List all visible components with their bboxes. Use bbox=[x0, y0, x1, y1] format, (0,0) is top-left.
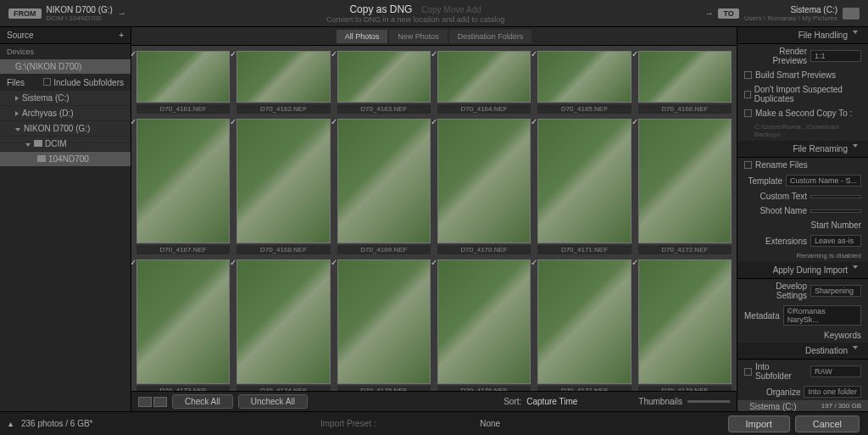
into-subfolder-checkbox[interactable] bbox=[744, 368, 752, 376]
drive-item[interactable]: Archyvas (D:) bbox=[0, 106, 131, 120]
check-icon[interactable]: ✓ bbox=[230, 49, 236, 59]
thumbnail-filename: D70_4177.NEF bbox=[537, 386, 631, 391]
dest-drive[interactable]: Sistema (C:)197 / 300 GB bbox=[737, 400, 868, 411]
metadata-select[interactable]: ©Romanas NarySk... bbox=[783, 305, 861, 326]
thumbnails-label: Thumbnails bbox=[638, 397, 682, 406]
sort-value[interactable]: Capture Time bbox=[526, 397, 577, 406]
check-icon[interactable]: ✓ bbox=[230, 117, 236, 126]
thumbnail-filename: D70_4168.NEF bbox=[236, 245, 330, 254]
thumbnail-cell[interactable]: ✓D70_4175.NEF bbox=[337, 259, 431, 391]
folder-item-selected[interactable]: 104ND700 bbox=[0, 152, 131, 166]
drive-item[interactable]: Sistema (C:) bbox=[0, 91, 131, 105]
check-all-button[interactable]: Check All bbox=[172, 394, 233, 409]
thumbnail-image[interactable] bbox=[337, 119, 431, 243]
thumbnail-cell[interactable]: ✓D70_4174.NEF bbox=[236, 259, 330, 391]
extensions-select[interactable]: Leave as-is bbox=[810, 235, 861, 247]
thumbnail-image[interactable] bbox=[136, 51, 230, 103]
template-select[interactable]: Custom Name - S... bbox=[786, 175, 861, 187]
thumbnail-image[interactable] bbox=[136, 119, 230, 243]
device-item[interactable]: G:\(NIKON D700) bbox=[0, 59, 131, 74]
folder-item[interactable]: DCIM bbox=[0, 137, 131, 151]
check-icon[interactable]: ✓ bbox=[632, 49, 638, 59]
check-icon[interactable]: ✓ bbox=[531, 117, 537, 126]
check-icon[interactable]: ✓ bbox=[331, 117, 337, 126]
expand-icon[interactable]: ▴ bbox=[8, 419, 13, 428]
thumbnail-image[interactable] bbox=[236, 119, 330, 243]
subfolder-input[interactable]: RAW bbox=[810, 365, 861, 377]
file-handling-title[interactable]: File Handling bbox=[798, 31, 848, 40]
cancel-button[interactable]: Cancel bbox=[795, 415, 860, 432]
thumbnail-image[interactable] bbox=[638, 119, 732, 243]
check-icon[interactable]: ✓ bbox=[230, 258, 236, 267]
thumbnail-filename: D70_4175.NEF bbox=[337, 386, 431, 391]
thumbnail-cell[interactable]: ✓D70_4165.NEF bbox=[537, 51, 631, 114]
thumbnail-cell[interactable]: ✓D70_4169.NEF bbox=[337, 119, 431, 254]
thumbnail-image[interactable] bbox=[437, 119, 531, 243]
file-renaming-title[interactable]: File Renaming bbox=[793, 144, 848, 153]
check-icon[interactable]: ✓ bbox=[331, 49, 337, 59]
destination-title[interactable]: Destination bbox=[805, 346, 848, 355]
thumbnail-image[interactable] bbox=[437, 259, 531, 384]
check-icon[interactable]: ✓ bbox=[632, 117, 638, 126]
grid-view-icon[interactable] bbox=[138, 397, 152, 407]
thumbnail-cell[interactable]: ✓D70_4178.NEF bbox=[638, 259, 732, 391]
check-icon[interactable]: ✓ bbox=[331, 258, 337, 267]
thumbnail-filename: D70_4164.NEF bbox=[437, 104, 531, 114]
custom-text-input[interactable] bbox=[810, 195, 861, 198]
thumbnail-cell[interactable]: ✓D70_4177.NEF bbox=[537, 259, 631, 391]
thumbnail-image[interactable] bbox=[337, 51, 431, 103]
thumbnail-image[interactable] bbox=[537, 51, 631, 103]
uncheck-all-button[interactable]: Uncheck All bbox=[238, 394, 308, 409]
build-smart-checkbox[interactable] bbox=[744, 71, 752, 79]
shoot-name-input[interactable] bbox=[810, 209, 861, 213]
thumbnail-image[interactable] bbox=[236, 259, 330, 384]
check-icon[interactable]: ✓ bbox=[431, 258, 437, 267]
preset-value[interactable]: None bbox=[480, 419, 500, 428]
import-actions[interactable]: Copy Move Add bbox=[421, 5, 481, 14]
develop-settings-select[interactable]: Sharpening bbox=[810, 285, 861, 297]
check-icon[interactable]: ✓ bbox=[431, 117, 437, 126]
check-icon[interactable]: ✓ bbox=[431, 49, 437, 59]
import-mode-title[interactable]: Copy as DNG bbox=[349, 3, 412, 15]
plus-icon[interactable]: + bbox=[119, 31, 124, 40]
render-previews-select[interactable]: 1:1 bbox=[810, 50, 861, 62]
apply-during-import-title[interactable]: Apply During Import bbox=[773, 265, 848, 275]
thumbnail-image[interactable] bbox=[638, 259, 732, 384]
thumbnail-image[interactable] bbox=[537, 119, 631, 243]
thumbnail-cell[interactable]: ✓D70_4170.NEF bbox=[437, 119, 531, 254]
thumbnail-image[interactable] bbox=[437, 51, 531, 103]
check-icon[interactable]: ✓ bbox=[632, 258, 638, 267]
check-icon[interactable]: ✓ bbox=[531, 49, 537, 59]
thumbnail-image[interactable] bbox=[337, 259, 431, 384]
tab-destination[interactable]: Destination Folders bbox=[449, 30, 532, 43]
thumbnail-image[interactable] bbox=[136, 259, 230, 384]
thumbnail-cell[interactable]: ✓D70_4161.NEF bbox=[136, 51, 230, 114]
thumbnail-filename: D70_4173.NEF bbox=[136, 386, 230, 391]
thumbnail-cell[interactable]: ✓D70_4167.NEF bbox=[136, 119, 230, 254]
import-button[interactable]: Import bbox=[728, 415, 790, 432]
thumbnail-cell[interactable]: ✓D70_4163.NEF bbox=[337, 51, 431, 114]
drive-item[interactable]: NIKON D700 (G:) bbox=[0, 121, 131, 136]
thumbnail-size-slider[interactable] bbox=[687, 400, 730, 403]
thumbnail-cell[interactable]: ✓D70_4176.NEF bbox=[437, 259, 531, 391]
thumbnail-cell[interactable]: ✓D70_4172.NEF bbox=[638, 119, 732, 254]
thumbnail-cell[interactable]: ✓D70_4173.NEF bbox=[136, 259, 230, 391]
second-copy-checkbox[interactable] bbox=[744, 109, 752, 117]
thumbnail-cell[interactable]: ✓D70_4162.NEF bbox=[236, 51, 330, 114]
thumbnail-cell[interactable]: ✓D70_4171.NEF bbox=[537, 119, 631, 254]
no-duplicates-checkbox[interactable] bbox=[744, 91, 751, 98]
tab-new-photos[interactable]: New Photos bbox=[389, 30, 448, 43]
loupe-view-icon[interactable] bbox=[153, 397, 167, 407]
include-subfolders-checkbox[interactable] bbox=[43, 78, 51, 86]
thumbnail-cell[interactable]: ✓D70_4168.NEF bbox=[236, 119, 330, 254]
organize-select[interactable]: Into one folder bbox=[804, 386, 861, 398]
thumbnail-image[interactable] bbox=[638, 51, 732, 103]
check-icon[interactable]: ✓ bbox=[531, 258, 537, 267]
thumbnail-image[interactable] bbox=[236, 51, 330, 103]
rename-files-checkbox[interactable] bbox=[744, 161, 752, 169]
thumbnail-cell[interactable]: ✓D70_4164.NEF bbox=[437, 51, 531, 114]
from-badge: FROM bbox=[8, 8, 42, 19]
thumbnail-cell[interactable]: ✓D70_4166.NEF bbox=[638, 51, 732, 114]
tab-all-photos[interactable]: All Photos bbox=[337, 30, 388, 43]
thumbnail-image[interactable] bbox=[537, 259, 631, 384]
